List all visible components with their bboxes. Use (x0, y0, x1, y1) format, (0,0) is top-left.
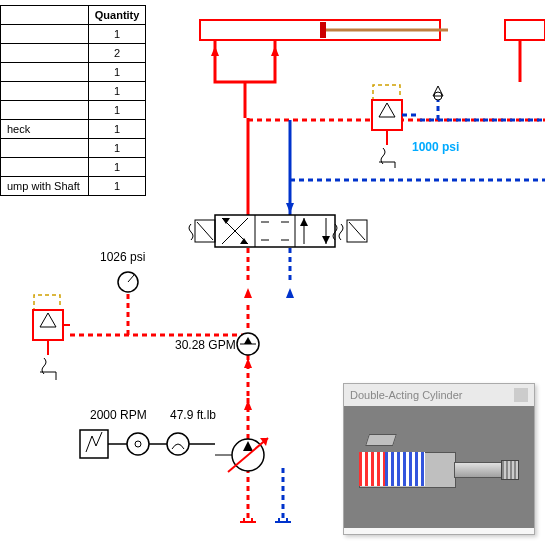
pressure-gauge-reading: 1026 psi (100, 250, 145, 264)
svg-rect-35 (372, 100, 402, 130)
svg-rect-1 (320, 22, 326, 38)
svg-line-28 (197, 222, 213, 240)
reservoir (275, 518, 291, 522)
flow-meter (237, 333, 259, 355)
relief-pressure-reading: 1000 psi (412, 140, 459, 154)
svg-point-44 (127, 433, 149, 455)
svg-marker-7 (244, 358, 252, 368)
bom-table: Quantity 1 2 1 1 1 heck1 1 1 ump with Sh… (0, 5, 146, 196)
svg-marker-5 (271, 46, 279, 56)
coupling (108, 433, 215, 455)
pressure-line (211, 40, 520, 215)
double-acting-cylinder (505, 20, 545, 40)
flow-reading: 30.28 GPM (175, 338, 236, 352)
svg-marker-9 (286, 203, 294, 213)
svg-rect-42 (80, 430, 108, 458)
svg-marker-6 (244, 288, 252, 298)
directional-control-valve (189, 215, 367, 247)
pressure-gauge (118, 272, 138, 292)
col-qty: Quantity (88, 6, 146, 25)
svg-marker-8 (244, 400, 252, 410)
svg-marker-10 (286, 288, 294, 298)
popup-body (344, 406, 534, 528)
pressure-relief-valve (372, 100, 420, 168)
component-preview-popup[interactable]: Double-Acting Cylinder (343, 383, 535, 535)
double-acting-cylinder (200, 20, 448, 40)
svg-rect-11 (215, 215, 335, 247)
reservoir (240, 518, 256, 522)
variable-displacement-pump (215, 438, 268, 472)
col-item (1, 6, 89, 25)
svg-rect-33 (33, 310, 63, 340)
svg-rect-3 (505, 20, 545, 40)
rpm-reading: 2000 RPM (90, 408, 147, 422)
pressure-relief-valve (33, 310, 70, 380)
svg-marker-4 (211, 46, 219, 56)
electric-motor (80, 430, 108, 458)
popup-title: Double-Acting Cylinder (350, 389, 463, 401)
cylinder-3d-icon (359, 432, 519, 502)
return-line (286, 120, 294, 215)
close-icon[interactable] (514, 388, 528, 402)
check-valve (433, 86, 443, 100)
svg-line-30 (349, 222, 365, 240)
torque-reading: 47.9 ft.lb (170, 408, 216, 422)
